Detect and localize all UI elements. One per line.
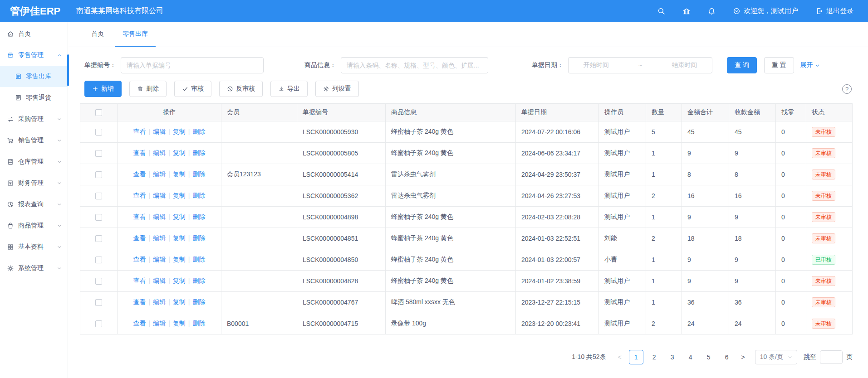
action-view-link[interactable]: 查看: [133, 277, 146, 284]
bill-no-input[interactable]: [121, 57, 264, 73]
select-all-checkbox[interactable]: [95, 109, 102, 116]
warehouse-icon: [7, 158, 14, 165]
action-copy-link[interactable]: 复制: [173, 213, 186, 220]
action-view-link[interactable]: 查看: [133, 256, 146, 263]
action-edit-link[interactable]: 编辑: [153, 170, 166, 178]
search-icon[interactable]: [657, 7, 665, 15]
action-edit-link[interactable]: 编辑: [153, 298, 166, 305]
row-checkbox[interactable]: [95, 129, 102, 136]
action-copy-link[interactable]: 复制: [173, 277, 186, 284]
action-copy-link[interactable]: 复制: [173, 256, 186, 263]
action-view-link[interactable]: 查看: [133, 149, 146, 156]
action-copy-link[interactable]: 复制: [173, 234, 186, 242]
user-welcome[interactable]: 欢迎您，测试用户: [733, 7, 798, 15]
action-edit-link[interactable]: 编辑: [153, 277, 166, 284]
unaudit-button[interactable]: 反审核: [219, 81, 263, 97]
page-size-select[interactable]: 10 条/页: [755, 350, 797, 364]
sidebar-group-system[interactable]: 系统管理: [0, 257, 68, 279]
page-button-1[interactable]: 1: [629, 350, 643, 364]
action-copy-link[interactable]: 复制: [173, 170, 186, 178]
action-copy-link[interactable]: 复制: [173, 320, 186, 327]
action-delete-link[interactable]: 删除: [192, 320, 205, 327]
sidebar-item-home[interactable]: 首页: [0, 23, 68, 44]
row-checkbox[interactable]: [95, 214, 102, 221]
sidebar-group-sales[interactable]: 销售管理: [0, 130, 68, 151]
row-checkbox[interactable]: [95, 299, 102, 306]
sidebar-group-purchase[interactable]: 采购管理: [0, 108, 68, 130]
row-checkbox[interactable]: [95, 150, 102, 157]
add-button[interactable]: 新增: [84, 81, 122, 97]
tab-retail-outbound[interactable]: 零售出库: [115, 22, 156, 47]
action-delete-link[interactable]: 删除: [192, 170, 205, 178]
row-checkbox[interactable]: [95, 278, 102, 285]
sidebar-item-retail-return[interactable]: 零售退货: [0, 87, 68, 108]
row-checkbox[interactable]: [95, 257, 102, 263]
action-edit-link[interactable]: 编辑: [153, 256, 166, 263]
action-delete-link[interactable]: 删除: [192, 213, 205, 220]
action-edit-link[interactable]: 编辑: [153, 149, 166, 156]
logout-button[interactable]: 退出登录: [815, 7, 853, 15]
cell-change: 0: [776, 207, 806, 228]
action-delete-link[interactable]: 删除: [192, 256, 205, 263]
sidebar-group-basic-data[interactable]: 基本资料: [0, 236, 68, 257]
action-delete-link[interactable]: 删除: [192, 298, 205, 305]
action-delete-link[interactable]: 删除: [192, 234, 205, 242]
sidebar-group-warehouse[interactable]: 仓库管理: [0, 151, 68, 172]
sidebar-label: 采购管理: [18, 115, 44, 123]
notification-bell-icon[interactable]: [708, 7, 716, 15]
row-checkbox[interactable]: [95, 235, 102, 242]
row-checkbox[interactable]: [95, 320, 102, 327]
action-edit-link[interactable]: 编辑: [153, 320, 166, 327]
sidebar-group-retail[interactable]: 零售管理: [0, 44, 68, 66]
action-view-link[interactable]: 查看: [133, 213, 146, 220]
action-view-link[interactable]: 查看: [133, 192, 146, 199]
action-copy-link[interactable]: 复制: [173, 298, 186, 305]
action-copy-link[interactable]: 复制: [173, 192, 186, 199]
action-delete-link[interactable]: 删除: [192, 192, 205, 199]
sidebar-group-reports[interactable]: 报表查询: [0, 194, 68, 215]
export-button[interactable]: 导出: [270, 81, 308, 97]
date-range-input[interactable]: 开始时间 ~ 结束时间: [568, 57, 712, 73]
tab-home[interactable]: 首页: [83, 22, 112, 47]
page-button-5[interactable]: 5: [701, 350, 716, 364]
help-icon[interactable]: ?: [842, 84, 852, 94]
sidebar-group-goods[interactable]: 商品管理: [0, 215, 68, 236]
action-edit-link[interactable]: 编辑: [153, 128, 166, 135]
row-checkbox[interactable]: [95, 193, 102, 199]
action-view-link[interactable]: 查看: [133, 170, 146, 178]
action-edit-link[interactable]: 编辑: [153, 234, 166, 242]
action-view-link[interactable]: 查看: [133, 128, 146, 135]
column-settings-button[interactable]: 列设置: [315, 81, 359, 97]
product-info-input[interactable]: [341, 57, 488, 73]
prev-page-button[interactable]: <: [614, 354, 625, 361]
action-delete-link[interactable]: 删除: [192, 128, 205, 135]
action-view-link[interactable]: 查看: [133, 298, 146, 305]
page-button-4[interactable]: 4: [683, 350, 698, 364]
audit-button[interactable]: 审核: [174, 81, 211, 97]
page-button-6[interactable]: 6: [720, 350, 734, 364]
search-button[interactable]: 查 询: [727, 57, 757, 73]
cell-bill_no: LSCK00000004850: [297, 249, 386, 271]
action-edit-link[interactable]: 编辑: [153, 213, 166, 220]
sidebar-scrollbar-thumb[interactable]: [67, 54, 69, 86]
delete-button[interactable]: 删除: [129, 81, 167, 97]
bank-icon[interactable]: [682, 7, 691, 15]
action-view-link[interactable]: 查看: [133, 234, 146, 242]
sidebar-item-retail-outbound[interactable]: 零售出库: [0, 66, 68, 87]
action-view-link[interactable]: 查看: [133, 320, 146, 327]
action-separator: |: [168, 149, 170, 156]
next-page-button[interactable]: >: [738, 354, 749, 361]
expand-link[interactable]: 展开: [800, 61, 820, 69]
row-checkbox[interactable]: [95, 171, 102, 178]
action-copy-link[interactable]: 复制: [173, 149, 186, 156]
action-delete-link[interactable]: 删除: [192, 149, 205, 156]
jump-to-input[interactable]: [820, 350, 843, 364]
action-copy-link[interactable]: 复制: [173, 128, 186, 135]
reset-button[interactable]: 重 置: [764, 57, 794, 73]
page-button-2[interactable]: 2: [647, 350, 662, 364]
sync-arrows-icon: [7, 116, 14, 123]
sidebar-group-finance[interactable]: 财务管理: [0, 172, 68, 194]
action-delete-link[interactable]: 删除: [192, 277, 205, 284]
action-edit-link[interactable]: 编辑: [153, 192, 166, 199]
page-button-3[interactable]: 3: [665, 350, 680, 364]
